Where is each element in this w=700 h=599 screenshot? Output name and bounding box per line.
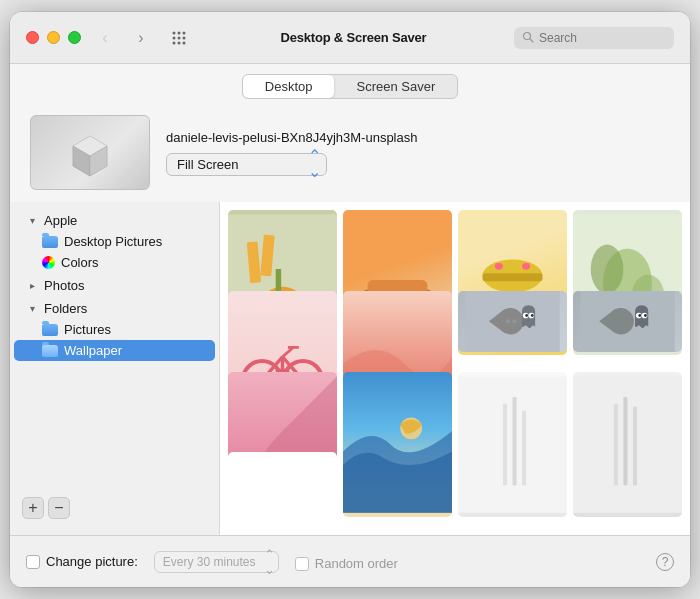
svg-point-58 [644, 314, 647, 317]
section-photos: ▸ Photos [10, 275, 219, 296]
svg-rect-28 [483, 273, 543, 281]
svg-point-50 [525, 314, 528, 317]
wallpaper-item[interactable] [343, 372, 452, 517]
folder-icon [42, 236, 58, 248]
folder-icon-wallpaper [42, 345, 58, 357]
svg-point-7 [178, 41, 181, 44]
fill-dropdown[interactable]: Fill Screen Fit to Screen Stretch to Fil… [166, 153, 327, 176]
sidebar-item-desktop-pictures[interactable]: Desktop Pictures [14, 231, 215, 252]
preview-filename: daniele-levis-pelusi-BXn8J4yjh3M-unsplas… [166, 130, 417, 145]
preview-info: daniele-levis-pelusi-BXn8J4yjh3M-unsplas… [166, 130, 417, 176]
svg-point-51 [531, 314, 534, 317]
change-picture-checkbox[interactable] [26, 555, 40, 569]
forward-button[interactable]: › [129, 26, 153, 50]
svg-point-52 [506, 319, 510, 323]
svg-rect-65 [522, 410, 526, 485]
back-button[interactable]: ‹ [93, 26, 117, 50]
svg-rect-70 [228, 457, 337, 535]
svg-point-59 [616, 319, 620, 323]
svg-point-8 [183, 41, 186, 44]
svg-point-3 [173, 36, 176, 39]
grid-button[interactable] [165, 24, 193, 52]
svg-rect-69 [633, 406, 637, 485]
svg-rect-67 [614, 403, 618, 485]
svg-point-5 [183, 36, 186, 39]
svg-point-1 [178, 31, 181, 34]
preview-thumbnail [30, 115, 150, 190]
search-input[interactable] [539, 31, 659, 45]
search-icon [522, 31, 534, 45]
svg-line-10 [530, 39, 533, 42]
sidebar-item-desktop-pictures-label: Desktop Pictures [64, 234, 162, 249]
add-folder-button[interactable]: + [22, 497, 44, 519]
sidebar-item-photos[interactable]: ▸ Photos [14, 275, 215, 296]
chevron-down-icon: ▾ [30, 215, 40, 226]
svg-rect-64 [513, 396, 517, 485]
wallpaper-item[interactable] [458, 291, 567, 352]
svg-rect-68 [623, 396, 627, 485]
folder-icon-pictures [42, 324, 58, 336]
sidebar: ▾ Apple Desktop Pictures Colors ▸ Photos [10, 202, 220, 535]
svg-point-9 [524, 32, 531, 39]
section-folders: ▾ Folders Pictures Wallpaper [10, 298, 219, 361]
sidebar-item-wallpaper[interactable]: Wallpaper [14, 340, 215, 361]
interval-select[interactable]: Every 30 minutes Every 5 minutes Every h… [154, 551, 279, 573]
svg-point-31 [495, 263, 503, 270]
svg-point-4 [178, 36, 181, 39]
main-content: ▾ Apple Desktop Pictures Colors ▸ Photos [10, 202, 690, 535]
random-order-text: Random order [315, 556, 398, 571]
wallpaper-item[interactable] [573, 372, 682, 517]
remove-folder-button[interactable]: − [48, 497, 70, 519]
svg-line-45 [283, 347, 294, 357]
sidebar-section-photos-label: Photos [44, 278, 84, 293]
sidebar-bottom: + − [10, 489, 219, 527]
sidebar-section-folders-label: Folders [44, 301, 87, 316]
sidebar-item-pictures-label: Pictures [64, 322, 111, 337]
svg-point-32 [522, 263, 530, 270]
sidebar-item-apple[interactable]: ▾ Apple [14, 210, 215, 231]
svg-rect-63 [503, 403, 507, 485]
wallpaper-grid: ||||| |||| [220, 202, 690, 535]
tabs-bar: Desktop Screen Saver [10, 64, 690, 107]
random-order-label[interactable]: Random order [295, 556, 398, 571]
chevron-down-icon-2: ▾ [30, 303, 40, 314]
change-picture-text: Change picture: [46, 554, 138, 569]
app-window: ‹ › Desktop & Screen Saver [10, 12, 690, 587]
sidebar-item-folders[interactable]: ▾ Folders [14, 298, 215, 319]
change-picture-label[interactable]: Change picture: [26, 554, 138, 569]
svg-point-35 [591, 245, 624, 294]
interval-dropdown[interactable]: Every 30 minutes Every 5 minutes Every h… [154, 551, 279, 573]
random-order-checkbox[interactable] [295, 557, 309, 571]
search-box[interactable] [514, 27, 674, 49]
svg-point-0 [173, 31, 176, 34]
titlebar: ‹ › Desktop & Screen Saver [10, 12, 690, 64]
help-button[interactable]: ? [656, 553, 674, 571]
sidebar-section-apple-label: Apple [44, 213, 77, 228]
svg-point-2 [183, 31, 186, 34]
sidebar-item-pictures[interactable]: Pictures [14, 319, 215, 340]
traffic-lights [26, 31, 81, 44]
sidebar-item-colors-label: Colors [61, 255, 99, 270]
svg-point-57 [638, 314, 641, 317]
tab-screensaver[interactable]: Screen Saver [334, 75, 457, 98]
section-apple: ▾ Apple Desktop Pictures Colors [10, 210, 219, 273]
fill-select-wrapper: Fill Screen Fit to Screen Stretch to Fil… [166, 153, 417, 176]
tab-group: Desktop Screen Saver [242, 74, 458, 99]
sidebar-item-wallpaper-label: Wallpaper [64, 343, 122, 358]
svg-point-60 [624, 319, 628, 323]
fullscreen-button[interactable] [68, 31, 81, 44]
wallpaper-item[interactable]: ||||| |||| [228, 452, 337, 535]
close-button[interactable] [26, 31, 39, 44]
sidebar-item-colors[interactable]: Colors [14, 252, 215, 273]
wallpaper-item[interactable] [573, 291, 682, 352]
minimize-button[interactable] [47, 31, 60, 44]
tab-desktop[interactable]: Desktop [243, 75, 335, 98]
chevron-right-icon: ▸ [30, 280, 40, 291]
fill-select[interactable]: Fill Screen Fit to Screen Stretch to Fil… [166, 153, 327, 176]
wallpaper-item[interactable] [458, 372, 567, 517]
colors-icon [42, 256, 55, 269]
window-title: Desktop & Screen Saver [205, 30, 502, 45]
preview-area: daniele-levis-pelusi-BXn8J4yjh3M-unsplas… [10, 107, 690, 202]
svg-point-6 [173, 41, 176, 44]
bottom-bar: Change picture: Every 30 minutes Every 5… [10, 535, 690, 587]
